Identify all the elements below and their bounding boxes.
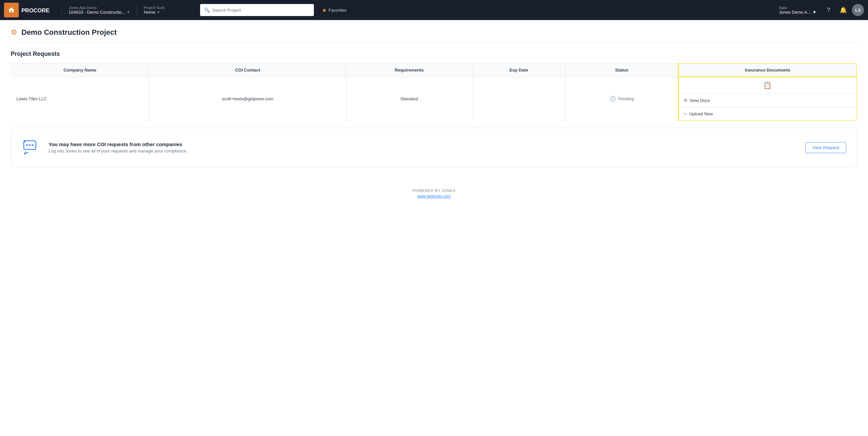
- notifications-button[interactable]: 🔔: [837, 4, 849, 16]
- search-input[interactable]: [213, 8, 310, 13]
- search-icon: 🔍: [204, 7, 210, 13]
- coi-icon: [22, 137, 40, 158]
- nav-divider-1: [62, 5, 62, 15]
- help-button[interactable]: ?: [823, 4, 835, 16]
- company-label: Jones App Demo: [69, 6, 130, 10]
- col-header-coi: COI Contact: [149, 63, 346, 77]
- upload-new-label: Upload New: [689, 111, 713, 116]
- cell-insurance-docs: 📋 ⧉ View Docs + Upload New: [678, 77, 857, 121]
- doc-icon-row[interactable]: 📋: [679, 77, 857, 94]
- svg-point-5: [24, 140, 25, 142]
- cell-status: 🕐 Pending: [565, 77, 678, 121]
- cell-requirements: Standard: [346, 77, 472, 121]
- footer-powered-by: POWERED BY JONES: [11, 189, 857, 193]
- upload-new-button[interactable]: + Upload New: [679, 107, 857, 121]
- project-tools-chevron-icon: ▼: [157, 10, 160, 14]
- coi-text: You may have more COI requests from othe…: [49, 141, 797, 154]
- star-icon: ★: [322, 7, 327, 13]
- cell-exp-date: [472, 77, 565, 121]
- company-chevron-icon: ▼: [127, 10, 130, 14]
- settings-icon: ⚙: [11, 28, 18, 37]
- clock-icon: 🕐: [609, 96, 616, 102]
- cell-coi-contact: scott+lewis@getjones.com: [149, 77, 346, 121]
- svg-text:PROCORE: PROCORE: [22, 7, 50, 14]
- apps-dropdown[interactable]: Apps Jones Demo A... ▼: [776, 4, 820, 16]
- external-link-icon: ⧉: [684, 98, 687, 103]
- apps-label: Apps: [779, 6, 817, 10]
- home-icon: [8, 6, 15, 14]
- apps-value: Jones Demo A... ▼: [779, 10, 817, 15]
- coi-main-text: You may have more COI requests from othe…: [49, 141, 797, 147]
- nav-divider-2: [137, 5, 137, 15]
- svg-point-2: [26, 144, 28, 146]
- view-request-button[interactable]: View Request: [805, 142, 846, 153]
- procore-logo: PROCORE: [22, 6, 55, 14]
- col-header-insurance-docs: Insurance Documents: [678, 63, 857, 77]
- favorites-button[interactable]: ★ Favorites: [319, 6, 349, 15]
- company-project: 104633 - Demo Constructio... ▼: [69, 10, 130, 15]
- page-content: ⚙ Demo Construction Project Project Requ…: [0, 20, 868, 436]
- status-label: Pending: [618, 96, 634, 101]
- footer: POWERED BY JONES www.getjones.com: [11, 180, 857, 209]
- table-row: Lewis Tiles LLC scott+lewis@getjones.com…: [11, 77, 857, 121]
- section-title: Project Requests: [11, 51, 857, 58]
- page-header: ⚙ Demo Construction Project: [11, 28, 857, 42]
- svg-point-4: [32, 144, 33, 146]
- project-tools-value: Home ▼: [144, 10, 192, 15]
- svg-point-3: [29, 144, 31, 146]
- help-icon: ?: [827, 7, 830, 14]
- requests-table: Company Name COI Contact Requirements Ex…: [11, 63, 857, 121]
- bell-icon: 🔔: [840, 6, 847, 14]
- coi-info-box: You may have more COI requests from othe…: [11, 128, 857, 167]
- document-icon: 📋: [763, 81, 772, 89]
- view-docs-button[interactable]: ⧉ View Docs: [679, 94, 857, 107]
- col-header-requirements: Requirements: [346, 63, 472, 77]
- company-dropdown[interactable]: Jones App Demo 104633 - Demo Constructio…: [66, 4, 133, 16]
- insurance-docs-content: 📋 ⧉ View Docs + Upload New: [679, 77, 857, 121]
- favorites-label: Favorites: [329, 8, 346, 13]
- search-bar[interactable]: 🔍: [200, 4, 314, 16]
- view-docs-label: View Docs: [690, 98, 710, 103]
- project-tools-dropdown[interactable]: Project Tools Home ▼: [141, 4, 195, 16]
- home-button[interactable]: [4, 3, 19, 18]
- coi-sub-text: Log into Jones to see all of your reques…: [49, 148, 797, 154]
- footer-link[interactable]: www.getjones.com: [11, 194, 857, 199]
- plus-icon: +: [684, 111, 687, 116]
- apps-chevron-icon: ▼: [812, 10, 816, 15]
- col-header-exp-date: Exp Date: [472, 63, 565, 77]
- navbar: PROCORE Jones App Demo 104633 - Demo Con…: [0, 0, 868, 20]
- cell-company-name: Lewis Tiles LLC: [11, 77, 149, 121]
- user-avatar[interactable]: LS: [852, 4, 864, 16]
- col-header-company: Company Name: [11, 63, 149, 77]
- page-title: Demo Construction Project: [22, 28, 117, 37]
- col-header-status: Status: [565, 63, 678, 77]
- project-tools-label: Project Tools: [144, 6, 192, 10]
